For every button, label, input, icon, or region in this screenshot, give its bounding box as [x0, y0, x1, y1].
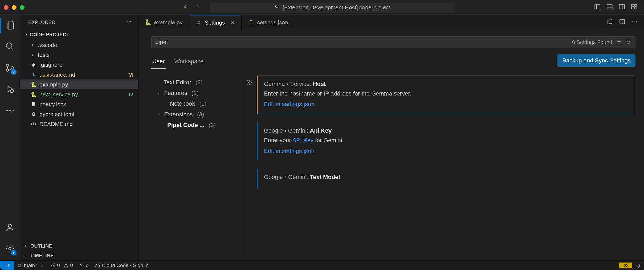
settings-search-input[interactable]: pipet 6 Settings Found — [151, 36, 635, 48]
svg-point-8 — [6, 43, 12, 48]
chevron-right-icon — [30, 53, 35, 57]
file-label: .gitignore — [39, 62, 62, 68]
markdown-icon: ⬇ — [30, 72, 37, 78]
filter-icon[interactable] — [626, 39, 631, 46]
python-icon: 🐍 — [30, 81, 37, 88]
gear-icon[interactable] — [246, 79, 252, 87]
toc-extensions[interactable]: Extensions (3) — [151, 109, 242, 120]
layout-primary-sidebar-icon[interactable] — [594, 3, 601, 11]
minimize-window[interactable] — [12, 5, 17, 10]
svg-point-18 — [127, 21, 128, 22]
git-branch[interactable]: main* — [14, 261, 48, 270]
activity-more[interactable] — [0, 104, 20, 118]
toc-label: Pipet Code ... — [167, 122, 204, 129]
svg-point-20 — [130, 21, 131, 22]
edit-in-settings-json-link[interactable]: Edit in settings.json — [264, 101, 628, 108]
svg-point-9 — [6, 64, 9, 66]
file-pyproject[interactable]: ⚙ pyproject.toml — [20, 109, 138, 119]
svg-point-25 — [248, 82, 250, 83]
toc-label: Text Editor — [164, 79, 191, 86]
window-title: [Extension Development Host] code-projec… — [283, 4, 390, 11]
setting-gemini-text-model[interactable]: Google › Gemini: Text Model — [257, 169, 635, 189]
split-editor-icon[interactable] — [619, 18, 625, 26]
toc-count: (3) — [197, 111, 204, 118]
window-controls — [4, 5, 25, 10]
nav-forward-icon[interactable] — [195, 3, 201, 11]
tab-example-py[interactable]: 🐍 example.py — [138, 15, 189, 30]
toc-count: (3) — [209, 122, 216, 129]
file-gitignore[interactable]: ◆ .gitignore — [20, 60, 138, 70]
file-label: README.md — [39, 121, 73, 127]
open-changes-icon[interactable] — [607, 18, 613, 26]
folder-label: .vscode — [38, 42, 57, 48]
activity-explorer[interactable] — [0, 18, 20, 33]
tab-settings-json[interactable]: {} settings.json — [242, 15, 295, 30]
folder-tests[interactable]: tests — [20, 50, 138, 60]
svg-point-11 — [11, 66, 14, 69]
search-value: pipet — [155, 39, 168, 46]
file-readme[interactable]: ⓘ README.md — [20, 119, 138, 129]
file-label: example.py — [39, 81, 68, 88]
settings-sliders-icon — [195, 20, 201, 26]
nav-back-icon[interactable] — [182, 3, 189, 11]
file-label: pyproject.toml — [39, 111, 74, 117]
svg-rect-5 — [634, 4, 637, 6]
scope-workspace[interactable]: Workspace — [173, 55, 205, 68]
clear-search-icon[interactable] — [616, 39, 622, 46]
file-example[interactable]: 🐍 example.py — [20, 80, 138, 89]
activity-run[interactable] — [0, 82, 20, 97]
notifications[interactable] — [632, 263, 644, 268]
chevron-right-icon — [23, 253, 28, 258]
edit-in-settings-json-link[interactable]: Edit in settings.json — [264, 148, 629, 154]
layout-panel-icon[interactable] — [606, 3, 613, 11]
chevron-right-icon — [23, 244, 28, 248]
toc-pipet[interactable]: Pipet Code ... (3) — [151, 120, 242, 130]
more-actions-icon[interactable] — [631, 18, 638, 26]
activity-search[interactable] — [0, 39, 20, 54]
folder-vscode[interactable]: .vscode — [20, 40, 138, 50]
backup-sync-button[interactable]: Backup and Sync Settings — [557, 54, 635, 67]
setting-gemma-host[interactable]: Gemma › Service: Host Enter the hostname… — [257, 76, 635, 114]
timeline-panel[interactable]: TIMELINE — [20, 251, 138, 260]
port-count: 0 — [86, 263, 89, 268]
activity-scm[interactable]: 2 — [0, 61, 20, 76]
close-icon[interactable] — [230, 20, 235, 25]
outline-panel[interactable]: OUTLINE — [20, 241, 138, 251]
toc-notebook[interactable]: Notebook (1) — [151, 98, 242, 109]
explorer-more-icon[interactable] — [126, 19, 132, 26]
close-window[interactable] — [4, 5, 9, 10]
toc-text-editor[interactable]: Text Editor (2) — [151, 77, 242, 88]
toc-label: Notebook — [170, 100, 195, 107]
file-label: new_service.py — [39, 91, 78, 98]
json-braces-icon: {} — [248, 19, 254, 25]
svg-rect-4 — [631, 4, 634, 6]
tab-settings[interactable]: Settings — [189, 15, 242, 30]
project-root[interactable]: CODE-PROJECT — [20, 30, 138, 39]
maximize-window[interactable] — [20, 5, 25, 10]
titlebar: [Extension Development Host] code-projec… — [0, 0, 644, 15]
setting-gemini-api-key[interactable]: Google › Gemini: Api Key Enter your API … — [257, 122, 635, 160]
file-new-service[interactable]: 🐍 new_service.py U — [20, 89, 138, 99]
activity-account[interactable] — [0, 220, 20, 235]
toc-features[interactable]: Features (1) — [151, 88, 242, 98]
file-label: poetry.lock — [39, 101, 66, 108]
scope-user[interactable]: User — [151, 55, 166, 69]
status-warning-icon[interactable] — [619, 263, 632, 268]
customize-layout-icon[interactable] — [631, 3, 638, 11]
svg-point-13 — [6, 110, 8, 111]
problems[interactable]: 0 0 — [48, 261, 76, 270]
file-assistance[interactable]: ⬇ assistance.md M — [20, 70, 138, 80]
activity-settings[interactable]: 1 — [0, 242, 20, 257]
tab-label: example.py — [154, 19, 182, 26]
python-icon: 🐍 — [145, 19, 151, 25]
editor-tabs: 🐍 example.py Settings {} settings.json — [138, 15, 644, 30]
ports[interactable]: 0 — [76, 261, 92, 270]
api-key-link[interactable]: API Key — [292, 137, 313, 144]
svg-point-19 — [129, 21, 129, 22]
file-poetry-lock[interactable]: ≣ poetry.lock — [20, 99, 138, 109]
remote-indicator[interactable] — [0, 261, 14, 270]
layout-secondary-sidebar-icon[interactable] — [618, 3, 625, 11]
command-center[interactable]: [Extension Development Host] code-projec… — [210, 2, 455, 13]
svg-point-28 — [21, 264, 22, 265]
cloud-code[interactable]: Cloud Code - Sign in — [92, 261, 152, 270]
